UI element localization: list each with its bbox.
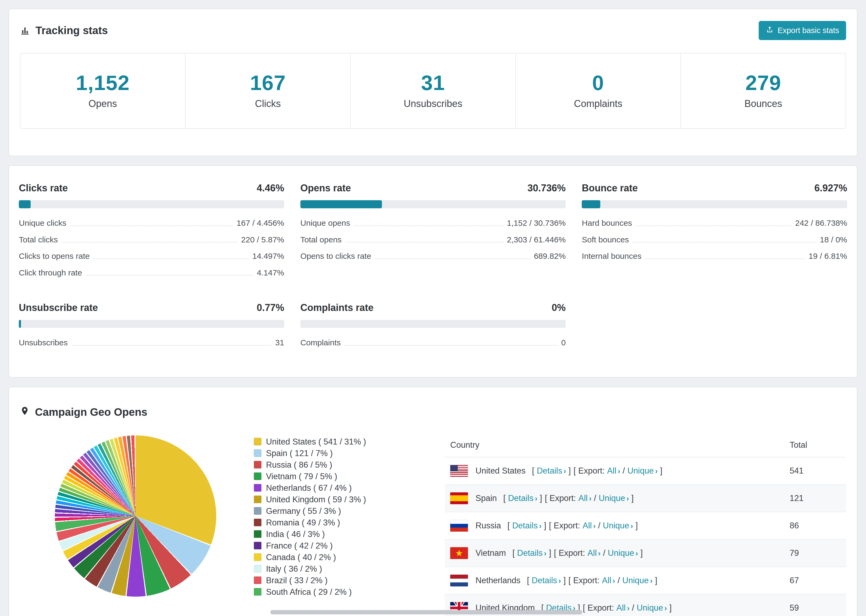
geo-table-row: Russia [Details›] [Export:All›/Unique›] — [445, 512, 846, 539]
legend-label: United States ( 541 / 31% ) — [266, 438, 366, 446]
details-link[interactable]: Details› — [532, 576, 561, 585]
chevron-right-icon: › — [618, 467, 620, 475]
map-pin-icon — [20, 406, 30, 418]
slash-separator: / — [632, 603, 635, 613]
stat-cell: 279 Bounces — [680, 53, 846, 128]
details-group: [Details›] — [512, 548, 551, 558]
legend-swatch — [254, 507, 261, 515]
legend-label: Vietnam ( 79 / 5% ) — [266, 472, 337, 481]
metric-label: Click through rate — [19, 268, 82, 278]
export-unique-link[interactable]: Unique› — [627, 466, 658, 476]
horizontal-scrollbar-thumb[interactable] — [270, 610, 582, 614]
dotted-leader — [645, 259, 805, 259]
legend-swatch — [254, 496, 261, 503]
legend-item: France ( 42 / 2% ) — [254, 542, 405, 550]
metric-label: Unique clicks — [19, 218, 66, 228]
chevron-right-icon: › — [564, 467, 566, 475]
export-all-link[interactable]: All› — [607, 466, 620, 476]
stat-label: Bounces — [745, 98, 782, 109]
country-total: 67 — [784, 567, 846, 594]
legend-swatch — [254, 449, 261, 457]
country-flag-icon — [450, 547, 468, 559]
details-link[interactable]: Details› — [512, 521, 542, 531]
total-column-header: Total — [784, 433, 846, 457]
country-column-header: Country — [445, 433, 784, 457]
legend-swatch — [254, 530, 261, 538]
export-all-link[interactable]: All› — [578, 493, 591, 503]
chevron-right-icon: › — [627, 604, 629, 613]
legend-swatch — [254, 542, 261, 549]
metric-value: 14.497% — [252, 251, 284, 261]
chevron-right-icon: › — [627, 494, 629, 503]
export-group: [Export:All›/Unique›] — [568, 576, 657, 585]
chevron-right-icon: › — [559, 577, 561, 585]
rate-progress-fill — [19, 320, 21, 328]
export-all-link[interactable]: All› — [602, 576, 615, 585]
metric-label: Clicks to opens rate — [19, 251, 90, 261]
legend-item: Netherlands ( 67 / 4% ) — [254, 484, 405, 492]
legend-item: Romania ( 49 / 3% ) — [254, 519, 405, 527]
metric-label: Complaints — [301, 338, 341, 347]
export-unique-link[interactable]: Unique› — [622, 576, 653, 585]
metric-row: Soft bounces 18 / 0% — [582, 235, 847, 245]
legend-label: United Kingdom ( 59 / 3% ) — [266, 495, 366, 504]
legend-swatch — [254, 438, 261, 445]
chevron-right-icon: › — [539, 522, 542, 530]
campaign-geo-opens-title: Campaign Geo Opens — [35, 406, 147, 418]
legend-swatch — [254, 588, 261, 596]
metric-row: Hard bounces 242 / 86.738% — [582, 218, 847, 228]
metric-row: Total clicks 220 / 5.87% — [19, 235, 284, 245]
stat-value: 279 — [745, 72, 781, 93]
export-unique-link[interactable]: Unique› — [608, 548, 638, 558]
dashboard-page: Tracking stats Export basic stats 1,152 … — [0, 0, 866, 616]
details-link[interactable]: Details› — [517, 548, 546, 558]
legend-swatch — [254, 577, 261, 584]
dotted-leader — [72, 345, 272, 346]
stat-value: 167 — [250, 72, 286, 93]
legend-item: Brazil ( 33 / 2% ) — [254, 576, 405, 585]
export-basic-stats-button[interactable]: Export basic stats — [759, 21, 846, 40]
metric-label: Opens to clicks rate — [301, 251, 371, 261]
legend-item: South Africa ( 29 / 2% ) — [254, 588, 405, 596]
country-name: Vietnam — [476, 548, 506, 558]
rate-metrics: Unique clicks 167 / 4.456% Total clicks … — [19, 218, 284, 277]
export-all-link[interactable]: All› — [587, 548, 601, 558]
rate-section: Bounce rate 6.927% Hard bounces 242 / 86… — [582, 182, 847, 277]
chevron-right-icon: › — [589, 494, 591, 503]
country-total: 541 — [784, 457, 846, 485]
stat-label: Complaints — [574, 98, 622, 109]
legend-swatch — [254, 565, 261, 572]
export-unique-link[interactable]: Unique› — [603, 521, 633, 531]
export-all-link[interactable]: All› — [583, 521, 596, 531]
details-link[interactable]: Details› — [508, 493, 537, 503]
export-unique-link[interactable]: Unique› — [599, 493, 629, 503]
legend-item: Canada ( 40 / 2% ) — [254, 553, 405, 561]
legend-item: India ( 46 / 3% ) — [254, 530, 405, 538]
details-link[interactable]: Details› — [537, 466, 566, 476]
dotted-leader — [93, 259, 249, 259]
tracking-stats-card: Tracking stats Export basic stats 1,152 … — [9, 9, 857, 156]
export-all-link[interactable]: All› — [616, 603, 630, 613]
metric-label: Hard bounces — [582, 218, 632, 228]
geo-table-row: United States [Details›] [Export:All›/Un… — [445, 457, 846, 485]
rates-bottom-row: Unsubscribe rate 0.77% Unsubscribes 31 — [19, 302, 847, 347]
chevron-right-icon: › — [612, 577, 615, 585]
legend-item: United States ( 541 / 31% ) — [254, 438, 405, 446]
chevron-right-icon: › — [655, 467, 658, 475]
dotted-leader — [86, 275, 253, 275]
metric-value: 689.82% — [534, 251, 565, 261]
bar-chart-icon — [20, 25, 30, 36]
stat-cell: 0 Complaints — [515, 53, 680, 128]
export-unique-link[interactable]: Unique› — [636, 603, 667, 613]
dotted-leader — [636, 225, 791, 226]
metric-value: 220 / 5.87% — [241, 235, 284, 245]
rate-value: 0.77% — [257, 302, 284, 313]
metric-label: Total clicks — [19, 235, 58, 245]
country-name: Spain — [476, 493, 497, 503]
dotted-leader — [633, 242, 816, 242]
rate-title: Opens rate — [301, 182, 351, 194]
legend-label: Spain ( 121 / 7% ) — [266, 449, 333, 457]
metric-value: 1,152 / 30.736% — [507, 218, 566, 228]
metric-row: Unique opens 1,152 / 30.736% — [301, 218, 566, 228]
stat-label: Opens — [88, 98, 117, 109]
